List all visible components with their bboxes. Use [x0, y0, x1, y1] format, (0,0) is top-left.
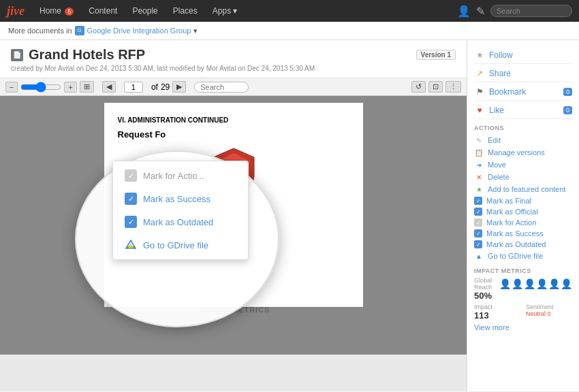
mark-success-sidebar-label: Mark as Success: [486, 229, 544, 238]
sidebar-gdrive[interactable]: ▲ Go to GDrive file: [474, 250, 572, 262]
follow-label: Follow: [489, 50, 513, 60]
person-icon-6: 👤: [561, 278, 572, 289]
dropdown-item-mark-outdated[interactable]: ✓ Mark as Outdated: [113, 210, 248, 233]
mark-final-label: Mark as Final: [486, 197, 531, 205]
more-options-button[interactable]: ⋮: [445, 81, 461, 93]
breadcrumb-arrow[interactable]: ▾: [193, 27, 198, 35]
breadcrumb-prefix: More documents in: [8, 27, 72, 35]
featured-icon: ★: [474, 184, 484, 194]
manage-versions-label: Manage versions: [488, 148, 545, 157]
nav-content[interactable]: Content: [83, 5, 123, 17]
sidebar-like[interactable]: ♥ Like 0: [474, 102, 572, 119]
breadcrumb-group-link[interactable]: Google Drive Integration Group: [87, 27, 191, 35]
mark-action-sidebar-label: Mark for Action: [486, 218, 536, 227]
mark-official-label: Mark as Official: [486, 208, 538, 216]
impact-box: Impact 113: [474, 304, 520, 321]
zoom-slider[interactable]: [20, 82, 61, 93]
sidebar-mark-final[interactable]: ✓ Mark as Final: [474, 195, 572, 206]
dropdown-menu: ✓ Mark for Actio... ✓ Mark as Success ✓ …: [112, 161, 249, 260]
success-checkbox-icon: ✓: [474, 229, 482, 238]
gdrive-sidebar-label: Go to GDrive file: [488, 252, 543, 260]
mark-success-icon: ✓: [124, 192, 138, 206]
document-meta: created by Mor Avital on Dec 24, 2013 5:…: [11, 65, 456, 72]
nav-icons: 👤 ✎: [457, 5, 572, 18]
document-title-row: 📄 Grand Hotels RFP Version 1: [11, 47, 456, 63]
bookmark-label: Bookmark: [489, 87, 526, 97]
zoom-out-button[interactable]: −: [5, 82, 18, 93]
nav-apps[interactable]: Apps ▾: [207, 5, 243, 17]
mark-outdated-label: Mark as Outdated: [143, 217, 213, 227]
user-avatar-icon[interactable]: 👤: [457, 5, 471, 18]
mark-outdated-icon: ✓: [124, 215, 138, 229]
person-icon-5: 👤: [548, 278, 560, 289]
like-icon: ♥: [474, 105, 485, 116]
sidebar-mark-success[interactable]: ✓ Mark as Success: [474, 228, 572, 239]
document-icon: 📄: [11, 49, 23, 61]
share-icon: ↗: [474, 68, 485, 79]
nav-home[interactable]: Home 5: [34, 5, 79, 17]
sidebar-delete[interactable]: ✕ Delete: [474, 171, 572, 183]
next-page-button[interactable]: ▶: [172, 81, 186, 93]
like-label: Like: [489, 105, 504, 115]
nav-people[interactable]: People: [127, 5, 163, 17]
nav-places[interactable]: Places: [168, 5, 203, 17]
add-featured-label: Add to featured content: [488, 185, 565, 193]
page-navigation: ◀ of 29 ▶: [102, 81, 186, 93]
view-more-link[interactable]: View more: [474, 323, 572, 331]
sidebar-move[interactable]: ➜ Move: [474, 159, 572, 171]
viewer-search-input[interactable]: [194, 82, 249, 93]
people-icons: 👤 👤 👤 👤 👤 👤: [499, 278, 572, 289]
checkbox-gray-icon: ✓: [125, 169, 137, 182]
mark-action-icon: ✓: [124, 169, 138, 182]
right-sidebar: ★ Follow ↗ Share ⚑ Bookmark 0 ♥ Like 0 A…: [467, 40, 579, 391]
sidebar-mark-outdated[interactable]: ✓ Mark as Outdated: [474, 239, 572, 250]
jive-logo: jive: [7, 4, 25, 18]
sidebar-share[interactable]: ↗ Share: [474, 65, 572, 82]
dropdown-item-mark-success[interactable]: ✓ Mark as Success: [113, 187, 248, 210]
outdated-checkbox-icon: ✓: [474, 240, 482, 248]
sidebar-mark-official[interactable]: ✓ Mark as Official: [474, 206, 572, 217]
move-icon: ➜: [474, 160, 484, 169]
document-title: Grand Hotels RFP: [29, 47, 145, 63]
edit-action-icon: ✎: [474, 135, 484, 145]
global-reach-box: Global Reach 50%: [474, 277, 494, 301]
sidebar-edit[interactable]: ✎ Edit: [474, 134, 572, 146]
impact-metrics-section-title: IMPACT METRICS: [474, 267, 572, 274]
delete-label: Delete: [488, 173, 510, 181]
sentiment-label: Sentiment: [526, 304, 572, 310]
gdrive-item-icon: [124, 238, 138, 252]
dropdown-item-gdrive[interactable]: Go to GDrive file: [113, 233, 248, 257]
viewer-toolbar: − + ⊞ ◀ of 29 ▶ ↺ ⊡ ⋮: [0, 78, 467, 96]
share-label: Share: [489, 69, 511, 78]
zoom-fit-button[interactable]: ↺: [411, 81, 426, 93]
person-icon-4: 👤: [536, 278, 548, 289]
page-of-label: of: [151, 82, 158, 92]
rotate-button[interactable]: ⊡: [428, 81, 443, 93]
fit-page-button[interactable]: ⊞: [80, 81, 94, 93]
search-input[interactable]: [490, 5, 572, 17]
prev-page-button[interactable]: ◀: [102, 81, 116, 93]
sidebar-add-featured[interactable]: ★ Add to featured content: [474, 183, 572, 195]
zoom-in-button[interactable]: +: [64, 82, 76, 93]
mark-outdated-sidebar-label: Mark as Outdated: [486, 240, 546, 248]
impact-metrics-overlay-label: Impact Metrics: [197, 306, 270, 314]
sidebar-mark-action[interactable]: ✓ Mark for Action: [474, 217, 572, 228]
section-title: VI. Administration Continued: [118, 116, 349, 124]
top-navigation: jive Home 5 Content People Places Apps ▾…: [0, 0, 579, 22]
page-number-input[interactable]: [124, 82, 143, 93]
sidebar-manage-versions[interactable]: 📋 Manage versions: [474, 146, 572, 159]
page-total: 29: [161, 82, 170, 92]
dropdown-item-mark-action[interactable]: ✓ Mark for Actio...: [113, 164, 248, 187]
sidebar-follow[interactable]: ★ Follow: [474, 47, 572, 64]
sidebar-bookmark[interactable]: ⚑ Bookmark 0: [474, 84, 572, 101]
action-checkbox-icon: ✓: [474, 218, 482, 227]
edit-icon[interactable]: ✎: [476, 5, 485, 18]
sentiment-box: Sentiment Neutral 0: [526, 304, 572, 317]
bookmark-icon: ⚑: [474, 86, 485, 97]
person-icon-3: 👤: [524, 278, 535, 289]
edit-label: Edit: [488, 136, 501, 144]
delete-icon: ✕: [474, 172, 484, 182]
impact-sentiment-row: Impact 113 Sentiment Neutral 0: [474, 304, 572, 321]
final-checkbox-icon: ✓: [474, 197, 482, 205]
mark-action-label: Mark for Actio...: [143, 171, 204, 181]
